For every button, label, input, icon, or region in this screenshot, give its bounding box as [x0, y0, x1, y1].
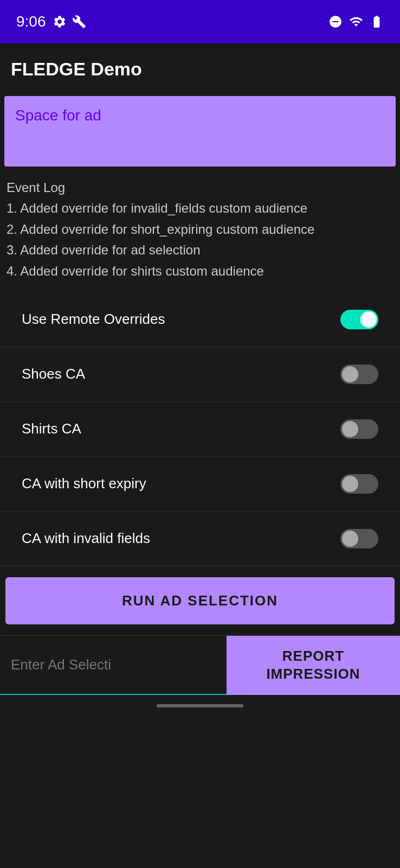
- ca-invalid-fields-toggle[interactable]: [340, 529, 378, 548]
- app-title: FLEDGE Demo: [11, 59, 142, 79]
- run-ad-selection-label: RUN AD SELECTION: [122, 592, 278, 609]
- home-indicator: [0, 695, 400, 717]
- status-icons-left: [53, 15, 86, 29]
- shirts-ca-toggle[interactable]: [340, 419, 378, 439]
- ca-invalid-fields-label: CA with invalid fields: [22, 530, 150, 547]
- ca-invalid-fields-row: CA with invalid fields: [0, 512, 400, 566]
- ca-short-expiry-knob: [342, 476, 358, 492]
- shirts-ca-label: Shirts CA: [22, 420, 81, 437]
- ca-short-expiry-row: CA with short expiry: [0, 457, 400, 512]
- enter-ad-input-container: [0, 636, 227, 695]
- ca-short-expiry-toggle[interactable]: [340, 474, 378, 494]
- report-impression-label: REPORTIMPRESSION: [266, 647, 360, 684]
- status-time: 9:06: [16, 13, 46, 30]
- use-remote-overrides-knob: [360, 311, 377, 328]
- shoes-ca-row: Shoes CA: [0, 347, 400, 402]
- enter-ad-selection-input[interactable]: [11, 656, 216, 673]
- event-log-content: Event Log 1. Added override for invalid_…: [7, 177, 393, 282]
- ca-invalid-fields-knob: [342, 531, 358, 547]
- minus-circle-icon: [328, 15, 343, 29]
- use-remote-overrides-label: Use Remote Overrides: [22, 311, 165, 328]
- use-remote-overrides-row: Use Remote Overrides: [0, 292, 400, 347]
- home-bar: [157, 704, 243, 707]
- status-left: 9:06: [16, 13, 86, 30]
- status-icons-right: [328, 15, 384, 29]
- shirts-ca-knob: [342, 421, 358, 437]
- bottom-bar: REPORTIMPRESSION: [0, 635, 400, 695]
- status-bar: 9:06: [0, 0, 400, 43]
- use-remote-overrides-toggle[interactable]: [340, 310, 378, 329]
- wifi-icon: [349, 15, 363, 29]
- shoes-ca-label: Shoes CA: [22, 366, 85, 382]
- wrench-icon: [72, 15, 86, 29]
- run-ad-selection-button[interactable]: RUN AD SELECTION: [5, 577, 395, 624]
- toggles-container: Use Remote Overrides Shoes CA Shirts CA …: [0, 292, 400, 566]
- ad-space-text: Space for ad: [15, 107, 101, 124]
- event-log: Event Log 1. Added override for invalid_…: [0, 177, 400, 292]
- battery-icon: [370, 15, 384, 29]
- report-impression-button[interactable]: REPORTIMPRESSION: [227, 636, 400, 695]
- shoes-ca-toggle[interactable]: [340, 365, 378, 384]
- ad-space: Space for ad: [4, 96, 396, 167]
- ca-short-expiry-label: CA with short expiry: [22, 475, 146, 492]
- shoes-ca-knob: [342, 366, 358, 382]
- shirts-ca-row: Shirts CA: [0, 402, 400, 457]
- settings-icon: [53, 15, 67, 29]
- app-bar: FLEDGE Demo: [0, 43, 400, 91]
